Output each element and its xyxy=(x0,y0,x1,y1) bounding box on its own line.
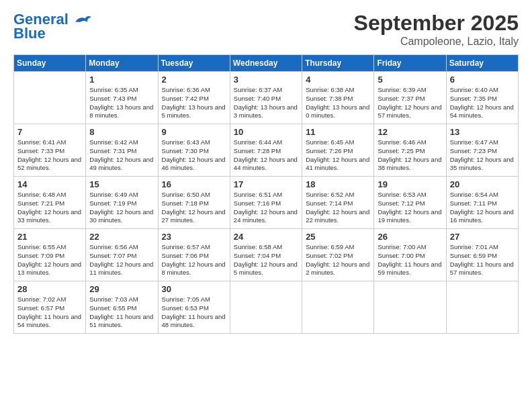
day-number: 23 xyxy=(162,232,226,242)
logo-bird-icon xyxy=(74,13,93,27)
calendar-week-row: 7 Sunrise: 6:41 AMSunset: 7:33 PMDayligh… xyxy=(14,124,519,177)
day-number: 1 xyxy=(89,75,154,85)
title-block: September 2025 Campoleone, Lazio, Italy xyxy=(354,11,519,48)
table-row: 23 Sunrise: 6:57 AMSunset: 7:06 PMDaylig… xyxy=(158,229,230,281)
table-row: 24 Sunrise: 6:58 AMSunset: 7:04 PMDaylig… xyxy=(230,229,302,281)
table-row: 26 Sunrise: 7:00 AMSunset: 7:00 PMDaylig… xyxy=(374,229,446,281)
table-row: 19 Sunrise: 6:53 AMSunset: 7:12 PMDaylig… xyxy=(374,177,446,229)
day-info: Sunrise: 6:43 AMSunset: 7:30 PMDaylight:… xyxy=(162,138,226,173)
day-number: 5 xyxy=(378,75,442,85)
day-info: Sunrise: 6:41 AMSunset: 7:33 PMDaylight:… xyxy=(17,138,82,173)
table-row: 30 Sunrise: 7:05 AMSunset: 6:53 PMDaylig… xyxy=(158,281,230,334)
day-number: 2 xyxy=(162,75,226,85)
day-info: Sunrise: 6:59 AMSunset: 7:02 PMDaylight:… xyxy=(306,243,370,277)
day-info: Sunrise: 7:00 AMSunset: 7:00 PMDaylight:… xyxy=(378,243,442,277)
table-row: 7 Sunrise: 6:41 AMSunset: 7:33 PMDayligh… xyxy=(14,124,86,177)
header-monday: Monday xyxy=(86,55,158,72)
table-row: 15 Sunrise: 6:49 AMSunset: 7:19 PMDaylig… xyxy=(86,177,158,229)
day-number: 13 xyxy=(450,127,515,137)
day-number: 15 xyxy=(89,179,154,189)
header-wednesday: Wednesday xyxy=(230,55,302,72)
day-number: 6 xyxy=(450,75,515,85)
header-tuesday: Tuesday xyxy=(158,55,230,72)
table-row: 25 Sunrise: 6:59 AMSunset: 7:02 PMDaylig… xyxy=(302,229,374,281)
table-row: 20 Sunrise: 6:54 AMSunset: 7:11 PMDaylig… xyxy=(446,177,518,229)
header: General Blue September 2025 Campoleone, … xyxy=(13,11,519,48)
day-number: 17 xyxy=(234,179,298,189)
table-row xyxy=(14,72,86,124)
day-info: Sunrise: 6:56 AMSunset: 7:07 PMDaylight:… xyxy=(89,243,154,277)
table-row: 17 Sunrise: 6:51 AMSunset: 7:16 PMDaylig… xyxy=(230,177,302,229)
day-info: Sunrise: 6:49 AMSunset: 7:19 PMDaylight:… xyxy=(89,191,154,225)
day-number: 24 xyxy=(234,232,298,242)
day-number: 9 xyxy=(162,127,226,137)
table-row: 13 Sunrise: 6:47 AMSunset: 7:23 PMDaylig… xyxy=(446,124,518,177)
day-info: Sunrise: 6:53 AMSunset: 7:12 PMDaylight:… xyxy=(378,191,442,225)
day-info: Sunrise: 6:48 AMSunset: 7:21 PMDaylight:… xyxy=(17,191,82,225)
table-row xyxy=(302,281,374,334)
table-row xyxy=(446,281,518,334)
day-info: Sunrise: 7:05 AMSunset: 6:53 PMDaylight:… xyxy=(162,295,226,330)
day-number: 16 xyxy=(162,179,226,189)
logo: General Blue xyxy=(13,11,93,42)
table-row: 6 Sunrise: 6:40 AMSunset: 7:35 PMDayligh… xyxy=(446,72,518,124)
day-info: Sunrise: 6:36 AMSunset: 7:42 PMDaylight:… xyxy=(162,86,226,120)
day-number: 12 xyxy=(378,127,442,137)
day-info: Sunrise: 6:44 AMSunset: 7:28 PMDaylight:… xyxy=(234,138,298,173)
day-number: 18 xyxy=(306,179,370,189)
day-number: 11 xyxy=(306,127,370,137)
day-info: Sunrise: 6:38 AMSunset: 7:38 PMDaylight:… xyxy=(306,86,370,120)
table-row: 11 Sunrise: 6:45 AMSunset: 7:26 PMDaylig… xyxy=(302,124,374,177)
day-info: Sunrise: 7:01 AMSunset: 6:59 PMDaylight:… xyxy=(450,243,515,277)
table-row: 16 Sunrise: 6:50 AMSunset: 7:18 PMDaylig… xyxy=(158,177,230,229)
calendar-week-row: 14 Sunrise: 6:48 AMSunset: 7:21 PMDaylig… xyxy=(14,177,519,229)
table-row: 8 Sunrise: 6:42 AMSunset: 7:31 PMDayligh… xyxy=(86,124,158,177)
header-saturday: Saturday xyxy=(446,55,518,72)
day-number: 22 xyxy=(89,232,154,242)
day-number: 28 xyxy=(17,284,82,294)
table-row: 28 Sunrise: 7:02 AMSunset: 6:57 PMDaylig… xyxy=(14,281,86,334)
day-number: 8 xyxy=(89,127,154,137)
table-row xyxy=(374,281,446,334)
day-info: Sunrise: 6:52 AMSunset: 7:14 PMDaylight:… xyxy=(306,191,370,225)
day-number: 3 xyxy=(234,75,298,85)
day-info: Sunrise: 6:37 AMSunset: 7:40 PMDaylight:… xyxy=(234,86,298,120)
day-number: 27 xyxy=(450,232,515,242)
table-row: 22 Sunrise: 6:56 AMSunset: 7:07 PMDaylig… xyxy=(86,229,158,281)
table-row xyxy=(230,281,302,334)
day-info: Sunrise: 6:40 AMSunset: 7:35 PMDaylight:… xyxy=(450,86,515,120)
calendar-week-row: 21 Sunrise: 6:55 AMSunset: 7:09 PMDaylig… xyxy=(14,229,519,281)
table-row: 5 Sunrise: 6:39 AMSunset: 7:37 PMDayligh… xyxy=(374,72,446,124)
table-row: 9 Sunrise: 6:43 AMSunset: 7:30 PMDayligh… xyxy=(158,124,230,177)
day-info: Sunrise: 6:42 AMSunset: 7:31 PMDaylight:… xyxy=(89,138,154,173)
table-row: 2 Sunrise: 6:36 AMSunset: 7:42 PMDayligh… xyxy=(158,72,230,124)
day-number: 7 xyxy=(17,127,82,137)
day-info: Sunrise: 6:46 AMSunset: 7:25 PMDaylight:… xyxy=(378,138,442,173)
header-thursday: Thursday xyxy=(302,55,374,72)
day-number: 21 xyxy=(17,232,82,242)
day-info: Sunrise: 7:02 AMSunset: 6:57 PMDaylight:… xyxy=(17,295,82,330)
month-title: September 2025 xyxy=(354,11,519,36)
table-row: 14 Sunrise: 6:48 AMSunset: 7:21 PMDaylig… xyxy=(14,177,86,229)
day-info: Sunrise: 6:45 AMSunset: 7:26 PMDaylight:… xyxy=(306,138,370,173)
day-number: 25 xyxy=(306,232,370,242)
header-friday: Friday xyxy=(374,55,446,72)
day-info: Sunrise: 6:50 AMSunset: 7:18 PMDaylight:… xyxy=(162,191,226,225)
page: General Blue September 2025 Campoleone, … xyxy=(0,0,532,411)
table-row: 10 Sunrise: 6:44 AMSunset: 7:28 PMDaylig… xyxy=(230,124,302,177)
table-row: 27 Sunrise: 7:01 AMSunset: 6:59 PMDaylig… xyxy=(446,229,518,281)
day-info: Sunrise: 6:35 AMSunset: 7:43 PMDaylight:… xyxy=(89,86,154,120)
day-info: Sunrise: 6:55 AMSunset: 7:09 PMDaylight:… xyxy=(17,243,82,277)
day-number: 10 xyxy=(234,127,298,137)
calendar-week-row: 1 Sunrise: 6:35 AMSunset: 7:43 PMDayligh… xyxy=(14,72,519,124)
calendar-table: Sunday Monday Tuesday Wednesday Thursday… xyxy=(13,54,519,334)
day-number: 29 xyxy=(89,284,154,294)
day-number: 4 xyxy=(306,75,370,85)
table-row: 1 Sunrise: 6:35 AMSunset: 7:43 PMDayligh… xyxy=(86,72,158,124)
header-sunday: Sunday xyxy=(14,55,86,72)
table-row: 18 Sunrise: 6:52 AMSunset: 7:14 PMDaylig… xyxy=(302,177,374,229)
day-info: Sunrise: 6:39 AMSunset: 7:37 PMDaylight:… xyxy=(378,86,442,120)
calendar-header-row: Sunday Monday Tuesday Wednesday Thursday… xyxy=(14,55,519,72)
day-info: Sunrise: 6:58 AMSunset: 7:04 PMDaylight:… xyxy=(234,243,298,277)
day-info: Sunrise: 7:03 AMSunset: 6:55 PMDaylight:… xyxy=(89,295,154,330)
